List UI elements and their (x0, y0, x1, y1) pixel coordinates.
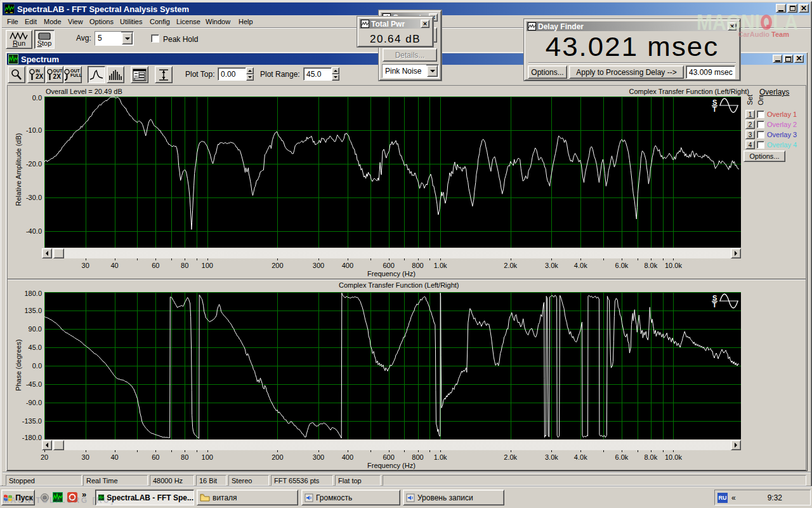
zoom-tool-button[interactable] (8, 66, 25, 83)
status-cell-empty (383, 475, 806, 486)
task-button-2[interactable]: виталя (197, 490, 298, 505)
total-pwr-close-button[interactable]: × (421, 20, 429, 28)
x-tick-label: 1.0k (428, 262, 453, 269)
overlay-set-button-2[interactable]: 2 (745, 120, 755, 129)
phase-plot-area[interactable]: ST (44, 292, 741, 439)
close-button[interactable]: ✕ (799, 4, 809, 13)
zoom-out-2x-button[interactable]: OUT2X (46, 66, 63, 83)
x-tick-label: 3.0k (539, 262, 564, 269)
zoom-out-full-button[interactable]: OUTFULL (64, 66, 82, 83)
overall-level-annotation: Overall Level = 20.49 dB (46, 88, 122, 95)
overlay-on-checkbox-4[interactable] (757, 141, 764, 149)
spectrum-maximize-button[interactable] (783, 55, 793, 63)
menu-license[interactable]: License (176, 18, 200, 25)
spin-up-button[interactable] (246, 67, 254, 74)
zoom-in-2x-button[interactable]: IN2X (27, 66, 45, 83)
line-display-button[interactable] (88, 66, 105, 83)
spin-down-button[interactable] (246, 74, 254, 81)
scrollbar-thumb[interactable] (53, 440, 64, 450)
delay-options-button[interactable]: Options... (528, 65, 567, 79)
quick-launch-spectralab-icon[interactable] (52, 491, 63, 503)
app-icon (4, 4, 15, 14)
overlay-set-button-1[interactable]: 1 (745, 110, 755, 119)
delay-finder-title-bar[interactable]: Delay Finder × (527, 22, 738, 31)
magnifier-icon (47, 69, 53, 81)
delay-field[interactable]: 43.009 msec (686, 65, 735, 79)
quick-launch-overflow-chevron[interactable]: » (82, 490, 86, 499)
chevron-up-icon (248, 70, 252, 72)
overlays-options-button[interactable]: Options... (743, 150, 785, 162)
plot-top-label: Plot Top: (185, 70, 214, 79)
run-button[interactable]: Run (6, 30, 32, 49)
delay-finder-close-button[interactable]: × (728, 22, 737, 30)
bar-display-button[interactable] (107, 66, 124, 83)
menu-edit[interactable]: Edit (25, 18, 37, 25)
x-tick-label: 200 (265, 453, 290, 461)
quick-launch-volume-icon[interactable] (39, 491, 50, 503)
x-tick-label: 6.0k (609, 262, 634, 269)
overlay-set-button-3[interactable]: 3 (745, 130, 755, 139)
avg-dropdown-button[interactable] (122, 32, 133, 44)
x-tick-label: 8.0k (638, 262, 664, 269)
apply-processing-delay-button[interactable]: Apply to Processing Delay --> (569, 65, 684, 79)
menu-utilities[interactable]: Utilities (120, 18, 142, 25)
generator-signal-dropdown[interactable] (427, 65, 438, 77)
menu-file[interactable]: File (7, 18, 18, 25)
quick-launch-app-icon[interactable] (67, 491, 78, 503)
task-button-4[interactable]: Уровень записи (403, 490, 504, 505)
scroll-right-button[interactable] (731, 248, 741, 258)
task-button-1[interactable]: SpectraLAB - FFT Spe... (95, 490, 194, 505)
menu-view[interactable]: View (68, 18, 83, 25)
total-pwr-title-bar[interactable]: Total Pwr × (360, 19, 431, 29)
scroll-left-button[interactable] (42, 440, 52, 450)
menu-help[interactable]: Help (239, 18, 253, 25)
language-indicator[interactable]: RU (717, 493, 728, 503)
menu-options[interactable]: Options (89, 18, 114, 25)
plot-range-spinner[interactable] (332, 67, 339, 81)
magnitude-plot-area[interactable]: ST (44, 97, 741, 248)
magnifier-icon (64, 69, 70, 81)
phase-plot-scrollbar[interactable] (42, 440, 741, 450)
status-cell-real-time: Real Time (83, 475, 148, 486)
maximize-icon (785, 57, 791, 62)
task-button-3[interactable]: Громкость (301, 490, 400, 505)
menu-window[interactable]: Window (206, 18, 230, 25)
plot-range-input[interactable]: 45.0 (303, 67, 332, 81)
spectrum-minimize-button[interactable] (773, 55, 782, 63)
menu-config[interactable]: Config (150, 18, 170, 25)
scroll-left-button[interactable] (42, 248, 52, 258)
magnitude-plot-scrollbar[interactable] (42, 248, 741, 258)
close-icon: × (423, 20, 427, 27)
scroll-right-button[interactable] (731, 440, 741, 450)
start-button[interactable]: Пуск (1, 490, 35, 505)
overlay-on-checkbox-2[interactable] (757, 121, 764, 128)
spectrum-close-button[interactable]: ✕ (794, 55, 804, 63)
scrollbar-thumb[interactable] (53, 248, 64, 258)
avg-label: Avg: (76, 34, 91, 43)
display-options-button[interactable] (131, 66, 148, 83)
avg-combobox[interactable]: 5 (95, 31, 134, 46)
y-tick-label: 45.0 (13, 344, 42, 351)
task-button-label: Громкость (316, 493, 352, 502)
total-pwr-value: 20.64 dB (358, 33, 433, 46)
plot-top-input[interactable]: 0.00 (218, 67, 246, 81)
overlay-on-checkbox-1[interactable] (757, 110, 764, 118)
autoscale-button[interactable] (155, 66, 173, 83)
stop-button[interactable]: Stop (34, 30, 55, 49)
peak-hold-checkbox[interactable] (151, 34, 159, 43)
windows-logo-icon (3, 493, 13, 502)
generator-signal-combobox[interactable]: Pink Noise (382, 64, 439, 78)
spin-down-button[interactable] (332, 74, 339, 81)
menu-mode[interactable]: Mode (44, 18, 62, 25)
chevron-right-icon (735, 443, 737, 448)
generator-details-button[interactable]: Details... (383, 48, 437, 62)
plot-top-spinner[interactable] (246, 67, 254, 81)
minimize-button[interactable] (776, 4, 786, 13)
overlay-set-button-4[interactable]: 4 (745, 140, 755, 149)
maximize-button[interactable] (787, 4, 797, 13)
spin-up-button[interactable] (332, 67, 339, 74)
tray-chevron[interactable]: « (731, 493, 736, 502)
chevron-left-icon (46, 443, 48, 448)
x-tick-label: 800 (405, 453, 431, 461)
overlay-on-checkbox-3[interactable] (757, 131, 764, 138)
